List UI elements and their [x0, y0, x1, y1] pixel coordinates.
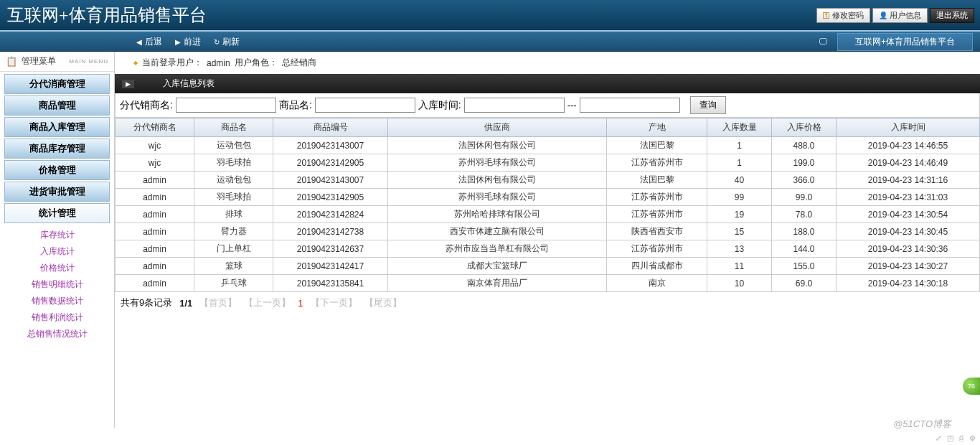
sidebar-title: 管理菜单: [22, 55, 56, 67]
content: ◆ 当前登录用户： admin 用户角色： 总经销商 ▶ 入库信息列表 分代销商…: [115, 52, 980, 428]
sidebar-item[interactable]: 进货审批管理: [4, 182, 110, 202]
sidebar-subitem[interactable]: 销售数据统计: [4, 293, 110, 309]
cell: admin: [116, 240, 194, 258]
distributor-input[interactable]: [176, 98, 276, 113]
cell: wjc: [116, 137, 194, 154]
cell: 10: [707, 275, 772, 292]
context-title: 互联网+体育用品销售平台: [837, 33, 973, 51]
cell: 2019-04-23 14:46:49: [837, 154, 980, 172]
cell: 69.0: [772, 275, 837, 292]
table-row[interactable]: wjc羽毛球拍20190423142905苏州羽毛球有限公司江苏省苏州市1199…: [116, 154, 980, 172]
table-row[interactable]: admin乒乓球20190423135841南京体育用品厂南京1069.0201…: [116, 275, 980, 292]
sidebar-item[interactable]: 商品入库管理: [4, 117, 110, 137]
cell: 15: [707, 223, 772, 240]
nav-sub: 库存统计入库统计价格统计销售明细统计销售数据统计销售利润统计总销售情况统计: [0, 225, 114, 344]
cell: 南京: [607, 275, 707, 292]
arrow-left-icon: ◀: [136, 38, 142, 46]
refresh-icon: ↻: [214, 38, 220, 46]
intime-to-input[interactable]: [580, 98, 680, 113]
pager-total: 共有9条记录: [121, 296, 172, 309]
cell: 江苏省苏州市: [607, 206, 707, 223]
notification-badge[interactable]: 76: [963, 378, 980, 395]
cell: 20190423142905: [273, 189, 388, 206]
cell: 臂力器: [194, 223, 273, 240]
role-prefix: 用户角色：: [235, 57, 278, 69]
intime-from-input[interactable]: [464, 98, 565, 113]
cell: wjc: [116, 154, 194, 172]
table-row[interactable]: admin排球20190423142824苏州哈哈排球有限公司江苏省苏州市197…: [116, 206, 980, 223]
table-row[interactable]: admin篮球20190423142417成都大宝篮球厂四川省成都市11155.…: [116, 258, 980, 275]
cell: 运动包包: [194, 137, 273, 154]
sidebar-subitem[interactable]: 入库统计: [4, 243, 110, 260]
change-password-button[interactable]: ⚿ 修改密码: [816, 8, 870, 23]
col-header: 分代销商名: [116, 118, 194, 137]
table-row[interactable]: admin臂力器20190423142738西安市体建立脑有限公司陕西省西安市1…: [116, 223, 980, 240]
back-button[interactable]: ◀ 后退: [136, 36, 162, 48]
table-row[interactable]: admin门上单杠20190423142637苏州市应当当单杠有限公司江苏省苏州…: [116, 240, 980, 258]
table-row[interactable]: admin羽毛球拍20190423142905苏州羽毛球有限公司江苏省苏州市99…: [116, 189, 980, 206]
nav-main: 分代消商管理商品管理商品入库管理商品库存管理价格管理进货审批管理统计管理: [0, 72, 114, 225]
cell: 成都大宝篮球厂: [388, 258, 607, 275]
pager-last[interactable]: 【尾页】: [364, 296, 402, 309]
table-row[interactable]: admin运动包包20190423143007法国休闲包有限公司法国巴黎4036…: [116, 172, 980, 189]
cell: 乒乓球: [194, 275, 273, 292]
sidebar-item[interactable]: 价格管理: [4, 160, 110, 180]
col-header: 入库数量: [707, 118, 772, 137]
sidebar: 📋 管理菜单 MAIN MENU 分代消商管理商品管理商品入库管理商品库存管理价…: [0, 52, 115, 428]
cell: 20190423142905: [273, 154, 388, 172]
sidebar-subitem[interactable]: 价格统计: [4, 260, 110, 276]
arrow-right-icon: ▶: [175, 38, 181, 46]
cell: 陕西省西安市: [607, 223, 707, 240]
sidebar-subitem[interactable]: 总销售情况统计: [4, 326, 110, 342]
cell: admin: [116, 189, 194, 206]
cell: 2019-04-23 14:46:55: [837, 137, 980, 154]
sidebar-item[interactable]: 商品库存管理: [4, 139, 110, 159]
footer-tray: ⤢ ◳ ⎙ ⚙: [936, 434, 976, 442]
cell: 运动包包: [194, 172, 273, 189]
cell: 144.0: [772, 240, 837, 258]
pager-prev[interactable]: 【上一页】: [244, 296, 291, 309]
sidebar-subitem[interactable]: 销售明细统计: [4, 276, 110, 293]
user-info-label: 用户信息: [890, 10, 921, 21]
cell: 四川省成都市: [607, 258, 707, 275]
cell: 苏州市应当当单杠有限公司: [388, 240, 607, 258]
cell: 苏州哈哈排球有限公司: [388, 206, 607, 223]
header-buttons: ⚿ 修改密码 👤 用户信息 退出系统: [816, 8, 974, 23]
sidebar-subitem[interactable]: 销售利润统计: [4, 309, 110, 326]
pager-next[interactable]: 【下一页】: [311, 296, 357, 309]
cell: 2019-04-23 14:30:18: [837, 275, 980, 292]
badge-count: 76: [968, 383, 975, 390]
refresh-label: 刷新: [222, 36, 240, 48]
toolbar-right: 🖵 互联网+体育用品销售平台: [819, 33, 973, 51]
search-button[interactable]: 查询: [690, 96, 726, 114]
table-row[interactable]: wjc运动包包20190423143007法国休闲包有限公司法国巴黎1488.0…: [116, 137, 980, 154]
cell: 99.0: [772, 189, 837, 206]
product-input[interactable]: [315, 98, 415, 113]
forward-label: 前进: [184, 36, 201, 48]
logout-label: 退出系统: [936, 10, 968, 21]
cell: 488.0: [772, 137, 837, 154]
pager-first[interactable]: 【首页】: [199, 296, 237, 309]
cell: 羽毛球拍: [194, 189, 273, 206]
tray-icon: ⎙: [959, 434, 963, 442]
distributor-label: 分代销商名:: [120, 99, 173, 112]
data-table: 分代销商名商品名商品编号供应商产地入库数量入库价格入库时间 wjc运动包包201…: [115, 118, 980, 292]
cell: 2019-04-23 14:31:03: [837, 189, 980, 206]
sidebar-item[interactable]: 分代消商管理: [4, 74, 110, 94]
cell: 199.0: [772, 154, 837, 172]
col-header: 产地: [607, 118, 707, 137]
refresh-button[interactable]: ↻ 刷新: [214, 36, 240, 48]
sidebar-item[interactable]: 商品管理: [4, 95, 110, 116]
pager: 共有9条记录 1/1 【首页】 【上一页】 1 【下一页】 【尾页】: [115, 292, 980, 314]
app-header: 互联网+体育用品销售平台 ⚿ 修改密码 👤 用户信息 退出系统: [0, 0, 980, 32]
forward-button[interactable]: ▶ 前进: [175, 36, 201, 48]
sidebar-subitem[interactable]: 库存统计: [4, 227, 110, 243]
cell: 78.0: [772, 206, 837, 223]
cell: 篮球: [194, 258, 273, 275]
user-info-button[interactable]: 👤 用户信息: [872, 8, 928, 23]
sidebar-head: 📋 管理菜单 MAIN MENU: [0, 52, 114, 72]
sidebar-item[interactable]: 统计管理: [4, 203, 110, 223]
cell: 99: [707, 189, 772, 206]
cell: 20190423142637: [273, 240, 388, 258]
logout-button[interactable]: 退出系统: [930, 8, 974, 23]
